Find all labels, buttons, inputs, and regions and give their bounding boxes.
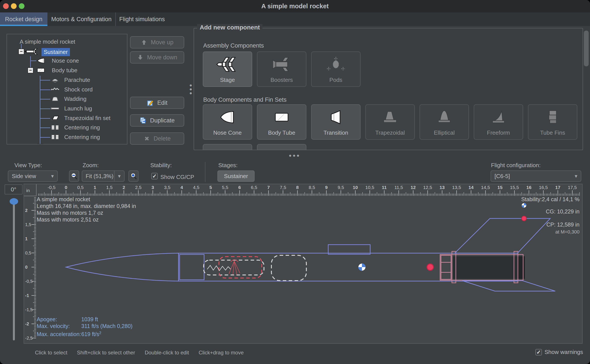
move-up-button[interactable]: Move up — [130, 36, 184, 48]
svg-text:12: 12 — [411, 185, 416, 190]
tree-row-trapezoidal-fin-set[interactable]: Trapezoidal fin set — [7, 114, 127, 123]
component-button-tube-fins[interactable]: Tube Fins — [528, 104, 577, 140]
svg-text:2: 2 — [123, 185, 125, 190]
svg-text:12,5: 12,5 — [423, 185, 432, 190]
component-button-elliptical[interactable]: Elliptical — [420, 104, 469, 140]
duplicate-icon — [140, 117, 147, 124]
rocket-icon — [24, 48, 39, 55]
horizontal-splitter-handle[interactable]: ••• — [289, 151, 301, 160]
svg-text:9,5: 9,5 — [338, 185, 344, 190]
rocket-view-canvas[interactable]: -0,500,511,522,533,544,555,566,577,588,5… — [24, 184, 583, 344]
rotation-slider-track[interactable] — [13, 199, 15, 340]
freeform-fin-icon — [486, 105, 510, 130]
tree-row-inner-tube[interactable]: Inner Tube — [7, 142, 127, 144]
vertical-ruler: -2,5-2-1,5-1-0,500,511,52 — [25, 198, 36, 341]
cp-label: CP: — [546, 221, 556, 228]
component-tree[interactable]: −−−A simple model rocketSustainerNose co… — [7, 34, 127, 144]
component-button-trapezoidal[interactable]: Trapezoidal — [365, 104, 415, 140]
component-button-stage[interactable]: Stage — [203, 52, 252, 87]
tree-row-launch-lug[interactable]: Launch lug — [7, 104, 127, 113]
zoom-in-button[interactable] — [128, 170, 139, 182]
svg-text:16: 16 — [526, 185, 531, 190]
tree-item-label: Sustainer — [41, 48, 70, 56]
rotation-slider-handle[interactable] — [10, 198, 18, 205]
ruler-unit-label: in — [26, 188, 30, 193]
tab-flight-simulations[interactable]: Flight simulations — [115, 13, 168, 26]
svg-text:1,5: 1,5 — [25, 222, 31, 227]
delete-label: Delete — [154, 135, 171, 142]
stability-line-label: Stability: — [521, 196, 542, 202]
component-button-pods[interactable]: Pods — [311, 52, 361, 87]
component-button-body-tube[interactable]: Body Tube — [257, 104, 306, 140]
stage-toggle-button[interactable]: Sustainer — [217, 170, 255, 182]
tree-item-label: A simple model rocket — [20, 39, 75, 45]
cg-marker-icon — [521, 202, 579, 208]
show-warnings-checkbox[interactable]: ✓ — [535, 349, 542, 356]
component-button-partial[interactable] — [203, 144, 252, 150]
tree-row-centering-ring[interactable]: Centering ring — [7, 133, 127, 142]
flight-data-value: 1039 ft — [81, 316, 98, 322]
component-button-nose-cone[interactable]: Nose Cone — [203, 104, 252, 140]
tree-row-a-simple-model-rocket[interactable]: A simple model rocket — [7, 37, 127, 46]
component-button-transition[interactable]: Transition — [311, 104, 361, 140]
tree-item-label: Trapezoidal fin set — [64, 115, 110, 122]
elliptical-fin-icon — [432, 105, 456, 130]
tab-label: Flight simulations — [119, 16, 165, 22]
tree-row-wadding[interactable]: Wadding — [7, 95, 127, 104]
component-button-partial[interactable] — [257, 144, 306, 150]
svg-text:2: 2 — [25, 208, 27, 213]
flight-data-value: 311 ft/s (Mach 0,280) — [81, 323, 132, 329]
svg-text:3,5: 3,5 — [164, 185, 170, 190]
svg-text:1: 1 — [94, 185, 96, 190]
flight-data-label: Max. velocity: — [37, 323, 81, 330]
tab-motors-configuration[interactable]: Motors & Configuration — [47, 13, 115, 26]
svg-text:15,5: 15,5 — [510, 185, 519, 190]
chevron-down-icon: ▾ — [114, 171, 124, 181]
svg-text:10: 10 — [353, 185, 358, 190]
flight-config-select[interactable]: [C6-5] ▾ — [490, 170, 581, 182]
nose-cone-big-icon — [215, 105, 240, 130]
tree-row-body-tube[interactable]: Body tube — [7, 66, 127, 75]
svg-text:11: 11 — [382, 185, 387, 190]
vertical-splitter-handle[interactable]: ••• — [189, 83, 192, 95]
tree-row-centering-ring[interactable]: Centering ring — [7, 123, 127, 132]
status-hint: Shift+click to select other — [77, 350, 135, 356]
zoom-select[interactable]: Fit (51,3%) ▾ — [82, 170, 125, 182]
selected-tab-underline — [0, 25, 47, 26]
panel-scrollbar[interactable] — [584, 31, 589, 66]
tree-row-sustainer[interactable]: Sustainer — [7, 47, 127, 56]
wadding-outline — [271, 255, 306, 281]
flight-data-value: 619 ft/s — [81, 331, 99, 337]
move-down-button[interactable]: Move down — [130, 51, 184, 64]
edit-button[interactable]: Edit — [130, 97, 184, 109]
cp-value: 12,589 in — [557, 221, 579, 228]
tube-fins-icon — [541, 105, 565, 130]
pods-icon — [324, 52, 348, 77]
component-button-freeform[interactable]: Freeform — [474, 104, 523, 140]
component-button-label: Stage — [220, 77, 235, 83]
zoom-out-button[interactable] — [69, 170, 79, 182]
tab-label: Rocket design — [5, 16, 42, 22]
view-type-value: Side view — [8, 173, 48, 180]
show-cgcp-checkbox[interactable]: ✓ — [151, 173, 158, 179]
tree-row-shock-cord[interactable]: Shock cord — [7, 85, 127, 94]
tab-rocket-design[interactable]: Rocket design — [0, 13, 47, 26]
zoom-label: Zoom: — [83, 162, 99, 169]
tree-row-nose-cone[interactable]: Nose cone — [7, 56, 127, 65]
zoom-in-icon — [130, 172, 137, 180]
show-cgcp-label: Show CG/CP — [160, 174, 194, 181]
trapezoidal-fin-icon — [378, 105, 402, 130]
tree-row-parachute[interactable]: Parachute — [7, 76, 127, 85]
component-button-boosters[interactable]: Boosters — [257, 52, 306, 87]
view-type-label: View Type: — [14, 162, 42, 169]
component-button-label: Elliptical — [434, 130, 455, 136]
svg-text:4,5: 4,5 — [193, 185, 199, 190]
duplicate-button[interactable]: Duplicate — [130, 114, 184, 127]
tab-bar: Rocket designMotors & ConfigurationFligh… — [0, 13, 590, 26]
delete-button[interactable]: Delete — [130, 132, 184, 145]
show-warnings-control: ✓ Show warnings — [535, 349, 583, 356]
title-bar: A simple model rocket — [0, 0, 590, 13]
view-type-select[interactable]: Side view ▾ — [8, 170, 58, 182]
inner-tube-icon — [50, 143, 60, 144]
centering-ring-icon — [50, 134, 60, 140]
